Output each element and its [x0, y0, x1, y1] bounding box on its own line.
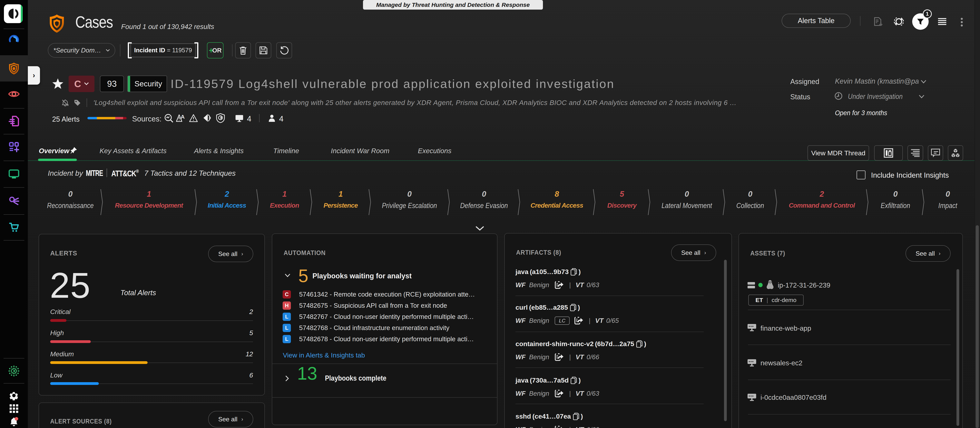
- svg-text:A: A: [181, 114, 185, 120]
